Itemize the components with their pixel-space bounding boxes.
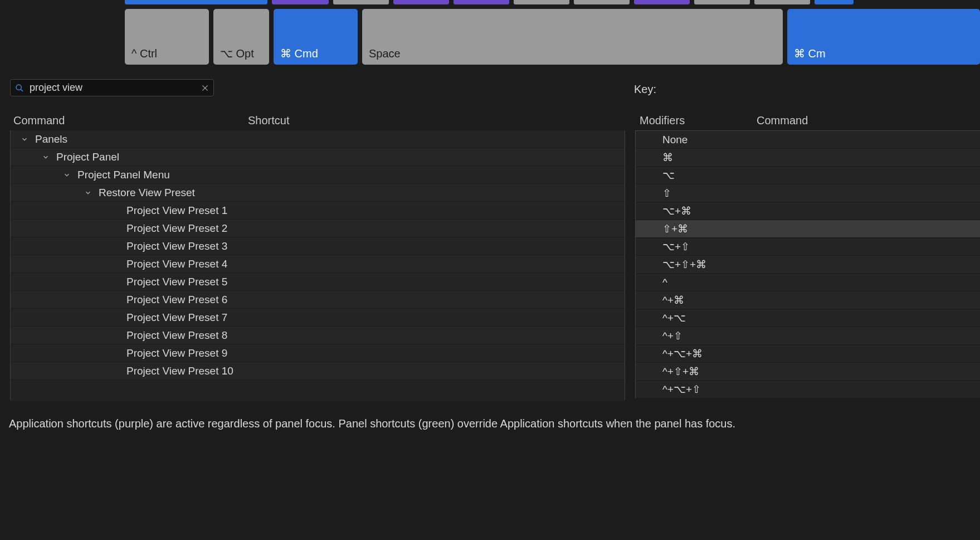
tree-row-restore-view-preset[interactable]: Restore View Preset [11,184,625,202]
modifier-label: ^+⇧ [662,329,682,342]
chevron-down-icon [42,153,50,161]
key-section-label: Key: [634,83,656,96]
key-space[interactable]: Space [362,9,783,65]
key-label: ⌘ Cmd [280,47,318,60]
modifier-label: ^ [662,276,667,289]
modifier-label: ⇧ [662,187,671,200]
modifier-row[interactable]: None [636,131,980,149]
tree-label: Project View Preset 1 [126,205,227,217]
tree-label: Project Panel [56,151,119,163]
modifier-label: ^+⇧+⌘ [662,365,699,378]
modifier-label: ⌥+⇧+⌘ [662,258,706,271]
key-label: ⌘ Cm [794,47,826,60]
modifier-label: ^+⌥ [662,312,686,324]
tree-label: Project View Preset 8 [126,329,227,342]
svg-point-0 [16,85,21,90]
tree-row-preset[interactable]: Project View Preset 3 [11,237,625,255]
tree-label: Project View Preset 6 [126,294,227,306]
key-opt[interactable]: ⌥ Opt [213,9,269,65]
footer-help-text: Application shortcuts (purple) are activ… [9,417,735,430]
modifier-label: ^+⌥+⇧ [662,383,701,396]
tree-label: Project View Preset 2 [126,222,227,235]
keyboard-top-strip [125,0,980,4]
modifier-row[interactable]: ⌥ [636,167,980,184]
key-cmd[interactable]: ⌘ Cmd [274,9,358,65]
tree-row-preset[interactable]: Project View Preset 1 [11,202,625,220]
modifier-row[interactable]: ⇧ [636,184,980,202]
clear-search-icon[interactable] [201,84,209,92]
modifier-label: None [662,134,688,146]
tree-row-preset[interactable]: Project View Preset 2 [11,220,625,237]
tree-label: Project View Preset 5 [126,276,227,288]
key-ctrl[interactable]: ^ Ctrl [125,9,209,65]
modifier-label: ⌘ [662,151,673,164]
key-cmd-right[interactable]: ⌘ Cm [787,9,980,65]
tree-label: Project View Preset 9 [126,347,227,359]
modifier-row[interactable]: ⌥+⇧+⌘ [636,256,980,274]
tree-row-project-panel[interactable]: Project Panel [11,148,625,166]
tree-label: Project View Preset 7 [126,312,227,324]
modifiers-table-header: Modifiers Command [640,114,980,127]
tree-label: Project View Preset 10 [126,365,233,377]
modifier-row[interactable]: ^+⌘ [636,291,980,309]
tree-label: Panels [35,133,67,145]
modifier-row[interactable]: ⇧+⌘ [636,220,980,238]
tree-row-preset[interactable]: Project View Preset 6 [11,291,625,309]
tree-label: Project View Preset 4 [126,258,227,270]
tree-row-panels[interactable]: Panels [11,130,625,148]
tree-label: Restore View Preset [99,187,195,199]
modifier-row[interactable]: ^+⌥+⌘ [636,345,980,363]
header-command2[interactable]: Command [757,114,980,127]
modifier-row[interactable]: ⌥+⌘ [636,202,980,220]
key-label: ^ Ctrl [131,47,157,60]
tree-row-preset[interactable]: Project View Preset 5 [11,273,625,291]
command-table: Panels Project Panel Project Panel Menu … [10,130,625,400]
search-icon [15,84,24,93]
modifier-label: ⌥+⌘ [662,205,691,217]
tree-row-preset[interactable]: Project View Preset 9 [11,344,625,362]
modifier-row[interactable]: ^+⇧+⌘ [636,363,980,381]
search-box[interactable] [10,79,214,96]
modifier-label: ⌥+⇧ [662,240,690,253]
header-command[interactable]: Command [13,114,248,127]
table-empty-row [11,380,625,401]
tree-row-preset[interactable]: Project View Preset 7 [11,309,625,327]
key-label: Space [369,47,401,60]
tree-row-preset[interactable]: Project View Preset 4 [11,255,625,273]
modifier-row[interactable]: ^ [636,274,980,291]
key-label: ⌥ Opt [220,47,254,60]
chevron-down-icon [21,135,28,143]
chevron-down-icon [63,171,71,179]
command-table-header: Command Shortcut [13,114,625,127]
modifier-label: ^+⌥+⌘ [662,347,703,360]
header-shortcut[interactable]: Shortcut [248,114,625,127]
search-input[interactable] [30,82,201,94]
modifier-label: ⇧+⌘ [662,222,688,235]
modifiers-table: None ⌘ ⌥ ⇧ ⌥+⌘ ⇧+⌘ ⌥+⇧ ⌥+⇧+⌘ ^ ^+⌘ ^+⌥ ^… [635,130,980,398]
keyboard-modifier-row: ^ Ctrl ⌥ Opt ⌘ Cmd Space ⌘ Cm [125,9,980,65]
modifier-label: ^+⌘ [662,294,684,307]
modifier-row[interactable]: ^+⌥ [636,309,980,327]
tree-row-preset[interactable]: Project View Preset 8 [11,327,625,344]
modifier-row[interactable]: ⌥+⇧ [636,238,980,256]
tree-row-preset[interactable]: Project View Preset 10 [11,362,625,380]
chevron-down-icon [84,189,92,197]
modifier-row[interactable]: ^+⌥+⇧ [636,381,980,398]
tree-label: Project View Preset 3 [126,240,227,252]
modifier-row[interactable]: ⌘ [636,149,980,167]
svg-line-1 [21,89,23,91]
header-modifiers[interactable]: Modifiers [640,114,757,127]
modifier-label: ⌥ [662,169,675,182]
modifier-row[interactable]: ^+⇧ [636,327,980,345]
tree-row-project-panel-menu[interactable]: Project Panel Menu [11,166,625,184]
tree-label: Project Panel Menu [77,169,170,181]
